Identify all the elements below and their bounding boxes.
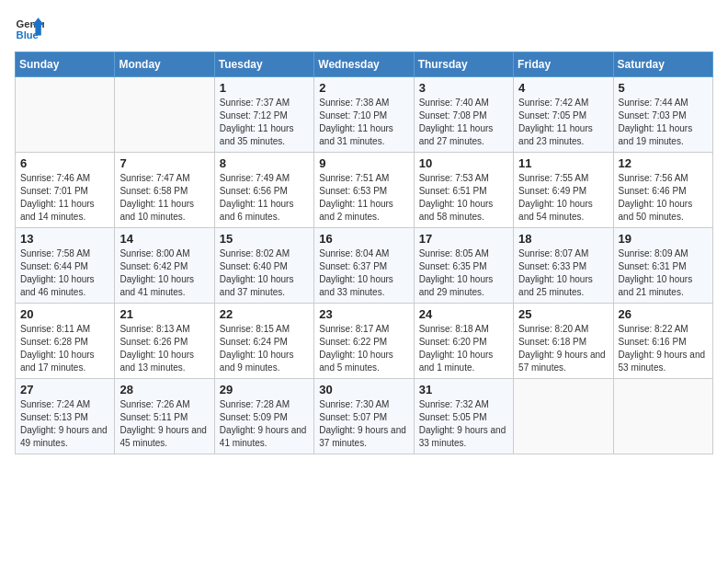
day-number: 20 bbox=[20, 307, 109, 321]
day-cell: 13Sunrise: 7:58 AM Sunset: 6:44 PM Dayli… bbox=[16, 228, 115, 304]
day-info: Sunrise: 7:32 AM Sunset: 5:05 PM Dayligh… bbox=[419, 398, 508, 450]
day-cell: 17Sunrise: 8:05 AM Sunset: 6:35 PM Dayli… bbox=[414, 228, 513, 304]
day-number: 29 bbox=[220, 383, 309, 396]
logo: General Blue bbox=[15, 15, 44, 44]
day-cell: 12Sunrise: 7:56 AM Sunset: 6:46 PM Dayli… bbox=[613, 153, 712, 228]
day-cell: 3Sunrise: 7:40 AM Sunset: 7:08 PM Daylig… bbox=[414, 77, 513, 153]
day-cell: 10Sunrise: 7:53 AM Sunset: 6:51 PM Dayli… bbox=[414, 153, 513, 228]
day-cell: 18Sunrise: 8:07 AM Sunset: 6:33 PM Dayli… bbox=[514, 228, 613, 304]
day-cell: 16Sunrise: 8:04 AM Sunset: 6:37 PM Dayli… bbox=[314, 228, 414, 304]
week-row-2: 6Sunrise: 7:46 AM Sunset: 7:01 PM Daylig… bbox=[16, 153, 713, 228]
day-info: Sunrise: 8:05 AM Sunset: 6:35 PM Dayligh… bbox=[419, 247, 508, 299]
day-info: Sunrise: 7:58 AM Sunset: 6:44 PM Dayligh… bbox=[20, 247, 109, 299]
day-cell: 6Sunrise: 7:46 AM Sunset: 7:01 PM Daylig… bbox=[16, 153, 115, 228]
day-number: 12 bbox=[619, 156, 708, 170]
day-cell: 22Sunrise: 8:15 AM Sunset: 6:24 PM Dayli… bbox=[214, 304, 313, 379]
day-cell bbox=[115, 77, 214, 153]
col-header-thursday: Thursday bbox=[414, 52, 513, 77]
day-cell: 28Sunrise: 7:26 AM Sunset: 5:11 PM Dayli… bbox=[115, 379, 214, 454]
day-info: Sunrise: 7:37 AM Sunset: 7:12 PM Dayligh… bbox=[220, 97, 309, 148]
day-number: 3 bbox=[419, 81, 508, 95]
day-number: 25 bbox=[518, 307, 608, 321]
day-info: Sunrise: 7:42 AM Sunset: 7:05 PM Dayligh… bbox=[518, 97, 608, 148]
day-cell bbox=[514, 379, 613, 454]
day-number: 15 bbox=[220, 232, 309, 246]
day-number: 27 bbox=[20, 383, 109, 396]
day-cell: 30Sunrise: 7:30 AM Sunset: 5:07 PM Dayli… bbox=[314, 379, 414, 454]
col-header-saturday: Saturday bbox=[613, 52, 712, 77]
week-row-4: 20Sunrise: 8:11 AM Sunset: 6:28 PM Dayli… bbox=[16, 304, 713, 379]
day-cell: 1Sunrise: 7:37 AM Sunset: 7:12 PM Daylig… bbox=[214, 77, 313, 153]
col-header-wednesday: Wednesday bbox=[314, 52, 414, 77]
day-number: 24 bbox=[419, 307, 508, 321]
day-cell: 15Sunrise: 8:02 AM Sunset: 6:40 PM Dayli… bbox=[214, 228, 313, 304]
day-cell: 4Sunrise: 7:42 AM Sunset: 7:05 PM Daylig… bbox=[514, 77, 613, 153]
day-cell: 26Sunrise: 8:22 AM Sunset: 6:16 PM Dayli… bbox=[613, 304, 712, 379]
day-info: Sunrise: 8:18 AM Sunset: 6:20 PM Dayligh… bbox=[419, 323, 508, 374]
col-header-sunday: Sunday bbox=[16, 52, 115, 77]
day-number: 21 bbox=[119, 307, 209, 321]
day-cell: 2Sunrise: 7:38 AM Sunset: 7:10 PM Daylig… bbox=[314, 77, 414, 153]
day-cell: 29Sunrise: 7:28 AM Sunset: 5:09 PM Dayli… bbox=[214, 379, 313, 454]
day-number: 31 bbox=[419, 383, 508, 396]
day-cell: 11Sunrise: 7:55 AM Sunset: 6:49 PM Dayli… bbox=[514, 153, 613, 228]
day-info: Sunrise: 7:51 AM Sunset: 6:53 PM Dayligh… bbox=[319, 172, 408, 224]
logo-icon: General Blue bbox=[15, 15, 44, 44]
day-cell: 19Sunrise: 8:09 AM Sunset: 6:31 PM Dayli… bbox=[613, 228, 712, 304]
day-cell: 8Sunrise: 7:49 AM Sunset: 6:56 PM Daylig… bbox=[214, 153, 313, 228]
day-info: Sunrise: 7:55 AM Sunset: 6:49 PM Dayligh… bbox=[518, 172, 608, 224]
day-cell: 14Sunrise: 8:00 AM Sunset: 6:42 PM Dayli… bbox=[115, 228, 214, 304]
day-number: 5 bbox=[619, 81, 708, 95]
day-number: 11 bbox=[518, 156, 608, 170]
day-cell bbox=[16, 77, 115, 153]
day-cell: 31Sunrise: 7:32 AM Sunset: 5:05 PM Dayli… bbox=[414, 379, 513, 454]
day-info: Sunrise: 7:26 AM Sunset: 5:11 PM Dayligh… bbox=[119, 398, 209, 450]
day-number: 9 bbox=[319, 156, 408, 170]
day-info: Sunrise: 8:11 AM Sunset: 6:28 PM Dayligh… bbox=[20, 323, 109, 374]
day-cell bbox=[613, 379, 712, 454]
day-info: Sunrise: 7:24 AM Sunset: 5:13 PM Dayligh… bbox=[20, 398, 109, 450]
day-number: 18 bbox=[518, 232, 608, 246]
day-info: Sunrise: 8:13 AM Sunset: 6:26 PM Dayligh… bbox=[119, 323, 209, 374]
week-row-5: 27Sunrise: 7:24 AM Sunset: 5:13 PM Dayli… bbox=[16, 379, 713, 454]
day-info: Sunrise: 8:22 AM Sunset: 6:16 PM Dayligh… bbox=[619, 323, 708, 374]
day-number: 8 bbox=[220, 156, 309, 170]
day-number: 19 bbox=[619, 232, 708, 246]
day-number: 4 bbox=[518, 81, 608, 95]
day-info: Sunrise: 8:09 AM Sunset: 6:31 PM Dayligh… bbox=[619, 247, 708, 299]
col-header-friday: Friday bbox=[514, 52, 613, 77]
day-cell: 23Sunrise: 8:17 AM Sunset: 6:22 PM Dayli… bbox=[314, 304, 414, 379]
day-number: 26 bbox=[619, 307, 708, 321]
day-number: 17 bbox=[419, 232, 508, 246]
day-cell: 5Sunrise: 7:44 AM Sunset: 7:03 PM Daylig… bbox=[613, 77, 712, 153]
day-info: Sunrise: 7:47 AM Sunset: 6:58 PM Dayligh… bbox=[119, 172, 209, 224]
day-number: 13 bbox=[20, 232, 109, 246]
day-cell: 9Sunrise: 7:51 AM Sunset: 6:53 PM Daylig… bbox=[314, 153, 414, 228]
day-info: Sunrise: 7:38 AM Sunset: 7:10 PM Dayligh… bbox=[319, 97, 408, 148]
day-info: Sunrise: 7:40 AM Sunset: 7:08 PM Dayligh… bbox=[419, 97, 508, 148]
day-number: 6 bbox=[20, 156, 109, 170]
day-cell: 25Sunrise: 8:20 AM Sunset: 6:18 PM Dayli… bbox=[514, 304, 613, 379]
day-info: Sunrise: 8:02 AM Sunset: 6:40 PM Dayligh… bbox=[220, 247, 309, 299]
day-number: 23 bbox=[319, 307, 408, 321]
day-number: 28 bbox=[119, 383, 209, 396]
day-info: Sunrise: 7:53 AM Sunset: 6:51 PM Dayligh… bbox=[419, 172, 508, 224]
day-info: Sunrise: 8:04 AM Sunset: 6:37 PM Dayligh… bbox=[319, 247, 408, 299]
column-headers: SundayMondayTuesdayWednesdayThursdayFrid… bbox=[16, 52, 713, 77]
day-number: 22 bbox=[220, 307, 309, 321]
day-info: Sunrise: 8:00 AM Sunset: 6:42 PM Dayligh… bbox=[119, 247, 209, 299]
day-cell: 7Sunrise: 7:47 AM Sunset: 6:58 PM Daylig… bbox=[115, 153, 214, 228]
day-info: Sunrise: 8:20 AM Sunset: 6:18 PM Dayligh… bbox=[518, 323, 608, 374]
col-header-tuesday: Tuesday bbox=[214, 52, 313, 77]
day-info: Sunrise: 8:15 AM Sunset: 6:24 PM Dayligh… bbox=[220, 323, 309, 374]
week-row-1: 1Sunrise: 7:37 AM Sunset: 7:12 PM Daylig… bbox=[16, 77, 713, 153]
day-info: Sunrise: 7:28 AM Sunset: 5:09 PM Dayligh… bbox=[220, 398, 309, 450]
day-number: 7 bbox=[119, 156, 209, 170]
day-cell: 20Sunrise: 8:11 AM Sunset: 6:28 PM Dayli… bbox=[16, 304, 115, 379]
day-number: 1 bbox=[220, 81, 309, 95]
week-row-3: 13Sunrise: 7:58 AM Sunset: 6:44 PM Dayli… bbox=[16, 228, 713, 304]
day-cell: 24Sunrise: 8:18 AM Sunset: 6:20 PM Dayli… bbox=[414, 304, 513, 379]
calendar-table: SundayMondayTuesdayWednesdayThursdayFrid… bbox=[15, 52, 713, 454]
day-number: 10 bbox=[419, 156, 508, 170]
day-number: 16 bbox=[319, 232, 408, 246]
